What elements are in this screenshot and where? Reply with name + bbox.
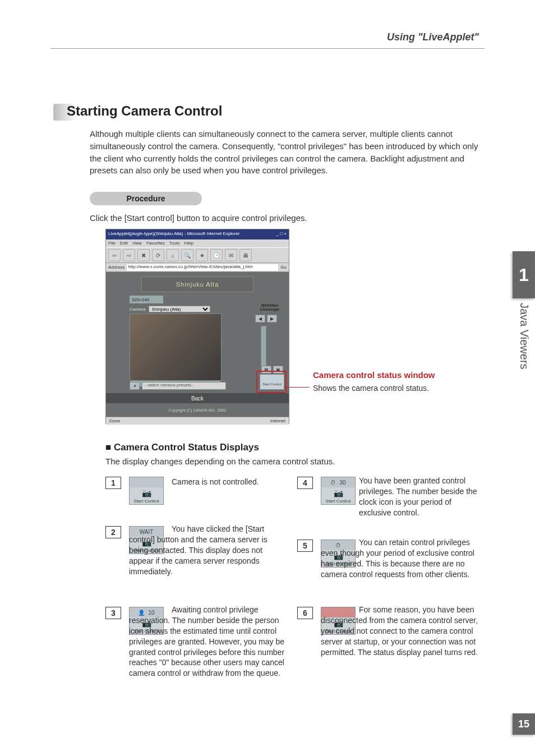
status-text-4: You have been granted control privileges… bbox=[359, 476, 483, 518]
chapter-label: Java Viewers bbox=[516, 303, 532, 393]
status-text-2: You have clicked the [Start control] but… bbox=[129, 524, 285, 577]
webview-logo: WebView Livescope bbox=[257, 303, 282, 312]
applet-content: Shinjuku Alta 320×240 Camera Shinjuku (A… bbox=[106, 272, 289, 417]
menu-favorites: Favorites bbox=[146, 241, 165, 246]
procedure-pill: Procedure bbox=[90, 192, 202, 205]
start-control-button: Start Control bbox=[260, 374, 284, 390]
timer-value: 30 bbox=[339, 480, 345, 486]
status-num-6: 6 bbox=[297, 607, 313, 619]
page-banner: Shinjuku Alta bbox=[141, 276, 253, 292]
window-controls: _ □ × bbox=[276, 231, 287, 238]
wide-icon: ▦ bbox=[261, 366, 271, 374]
status-text-5: You can retain control privileges even t… bbox=[321, 537, 483, 580]
menu-help: Help bbox=[184, 241, 193, 246]
status-num-4: 4 bbox=[297, 477, 313, 489]
print-icon: 🖶 bbox=[239, 249, 252, 261]
browser-screenshot: LiveApplet(plugin-type)(Shinjuku Alta) -… bbox=[105, 229, 289, 424]
callout-title: Camera control status window bbox=[313, 370, 435, 380]
forward-icon: ⇨ bbox=[123, 249, 135, 261]
panel-label-1: Start Control bbox=[130, 499, 163, 504]
procedure-label: Procedure bbox=[126, 194, 165, 203]
chapter-tab: 1 bbox=[513, 251, 535, 298]
status-text-3: Awaiting control privilege reservation. … bbox=[129, 605, 285, 679]
applet-back-button: Back bbox=[106, 393, 289, 403]
menubar: File Edit View Favorites Tools Help bbox=[106, 239, 289, 247]
preset-select: - select camera presets - bbox=[142, 382, 226, 390]
window-title: LiveApplet(plugin-type)(Shinjuku Alta) -… bbox=[108, 231, 239, 238]
refresh-icon: ⟳ bbox=[152, 249, 164, 261]
preset-icon: ☀ bbox=[130, 382, 140, 390]
tele-icon: ▣ bbox=[273, 366, 283, 374]
status-zone: Internet bbox=[270, 418, 285, 423]
section-title: Starting Camera Control bbox=[67, 103, 222, 119]
menu-view: View bbox=[132, 241, 142, 246]
status-num-3: 3 bbox=[105, 607, 121, 619]
stop-icon: ✖ bbox=[137, 249, 150, 261]
status-panel-1: 📷 Start Control bbox=[129, 477, 164, 505]
page-number: 15 bbox=[513, 713, 535, 735]
menu-file: File bbox=[108, 241, 116, 246]
pan-left-icon: ◀ bbox=[255, 315, 265, 322]
page-header: Using "LiveApplet" bbox=[387, 31, 479, 43]
panel-top-timer: ⏱30 bbox=[321, 477, 355, 487]
back-icon: ⇦ bbox=[108, 249, 121, 261]
browser-statusbar: Done Internet bbox=[106, 417, 289, 425]
favorites-icon: ★ bbox=[196, 249, 208, 261]
address-bar: Address http://www.x-zone.canon.co.jp/We… bbox=[106, 263, 289, 272]
camera-select: Shinjuku (Alta) bbox=[149, 306, 210, 312]
search-icon: 🔍 bbox=[181, 249, 193, 261]
camera-label: Camera bbox=[130, 307, 145, 312]
address-label: Address bbox=[108, 265, 124, 270]
home-icon: ⌂ bbox=[167, 249, 179, 261]
menu-edit: Edit bbox=[120, 241, 128, 246]
status-section-subheading: The display changes depending on the cam… bbox=[105, 457, 335, 466]
callout-line bbox=[284, 387, 310, 388]
go-button: Go bbox=[280, 265, 287, 270]
mail-icon: ✉ bbox=[225, 249, 237, 261]
browser-toolbar: ⇦ ⇨ ✖ ⟳ ⌂ 🔍 ★ 🕑 ✉ 🖶 bbox=[106, 247, 289, 263]
status-done: Done bbox=[109, 418, 120, 423]
status-num-5: 5 bbox=[297, 540, 313, 552]
status-section-heading: ■ Camera Control Status Displays bbox=[105, 442, 259, 453]
menu-tools: Tools bbox=[169, 241, 180, 246]
panel-label-4: Start Control bbox=[321, 499, 355, 504]
clock-icon: ⏱ bbox=[330, 480, 336, 486]
status-text-1: Camera is not controlled. bbox=[172, 477, 284, 487]
history-icon: 🕑 bbox=[210, 249, 223, 261]
status-num-2: 2 bbox=[105, 526, 121, 538]
address-field: http://www.x-zone.canon.co.jp/WebView-E/… bbox=[127, 264, 278, 271]
intro-paragraph: Although multiple clients can simultaneo… bbox=[90, 128, 482, 177]
panel-top-blank bbox=[130, 477, 163, 487]
camera-icon: 📷 bbox=[321, 487, 355, 499]
status-text-6: For some reason, you have been disconnec… bbox=[321, 605, 483, 657]
procedure-instruction: Click the [Start control] button to acqu… bbox=[90, 213, 307, 223]
pan-right-icon: ▶ bbox=[267, 315, 277, 322]
size-bar: 320×240 bbox=[130, 296, 163, 303]
applet-copyright: Copyright (C) CANON INC. 2002 bbox=[106, 408, 289, 412]
status-num-1: 1 bbox=[105, 477, 121, 489]
window-titlebar: LiveApplet(plugin-type)(Shinjuku Alta) -… bbox=[106, 229, 289, 239]
header-rule bbox=[50, 48, 485, 49]
preset-row: ☀ - select camera presets - bbox=[130, 382, 226, 390]
video-area bbox=[130, 314, 222, 381]
status-panel-4: ⏱30 📷 Start Control bbox=[321, 477, 356, 505]
camera-icon: 📷 bbox=[130, 487, 163, 499]
callout-subtitle: Shows the camera control status. bbox=[313, 384, 429, 393]
